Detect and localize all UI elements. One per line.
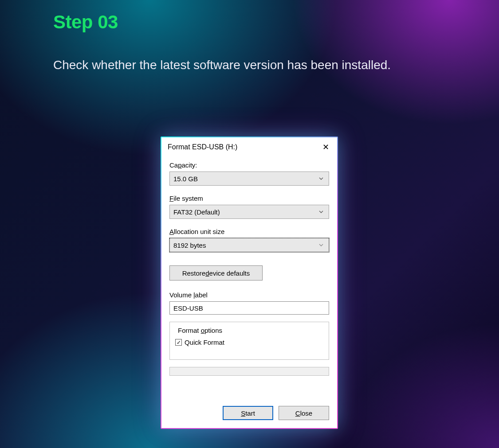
allocation-label-u: A xyxy=(169,228,174,235)
dialog-glow-border: Format ESD-USB (H:) ✕ Capacity: 15.0 GB … xyxy=(161,136,338,429)
dialog-footer: Start Close xyxy=(161,399,337,428)
restore-defaults-button[interactable]: Restore device defaults xyxy=(169,265,263,280)
capacity-value: 15.0 GB xyxy=(173,175,317,183)
volume-label: Volume label xyxy=(169,291,329,299)
format-options-group: Format options ✓ Quick Format xyxy=(169,322,329,360)
start-u: S xyxy=(241,409,245,417)
start-post: tart xyxy=(245,409,255,417)
allocation-label: Allocation unit size xyxy=(169,228,329,235)
filesystem-label-u: F xyxy=(169,195,173,202)
filesystem-label: File system xyxy=(169,195,329,202)
chevron-down-icon xyxy=(317,208,325,216)
close-icon[interactable]: ✕ xyxy=(320,143,331,151)
start-button[interactable]: Start xyxy=(223,406,273,420)
step-title: Step 03 xyxy=(53,12,118,33)
volume-label-post: abel xyxy=(195,291,208,299)
filesystem-select[interactable]: FAT32 (Default) xyxy=(169,205,329,219)
close-button[interactable]: Close xyxy=(279,406,329,420)
close-post: lose xyxy=(300,409,313,417)
volume-label-pre: Volume xyxy=(169,291,193,299)
legend-post: ptions xyxy=(204,327,222,334)
volume-value: ESD-USB xyxy=(173,304,203,312)
quick-format-label: Quick Format xyxy=(185,339,224,346)
volume-input[interactable]: ESD-USB xyxy=(169,301,329,315)
allocation-select[interactable]: 8192 bytes xyxy=(169,238,329,252)
dialog-title: Format ESD-USB (H:) xyxy=(168,143,320,151)
format-options-legend: Format options xyxy=(176,327,224,334)
legend-u: o xyxy=(201,327,204,334)
restore-post: evice defaults xyxy=(209,269,250,277)
capacity-label-u: p xyxy=(178,161,181,169)
restore-pre: Restore xyxy=(182,269,206,277)
progress-bar xyxy=(169,367,329,376)
capacity-label-post: acity: xyxy=(182,161,197,169)
step-description: Check whether the latest software versio… xyxy=(53,53,444,77)
checkbox-checked-icon[interactable]: ✓ xyxy=(175,339,182,346)
titlebar: Format ESD-USB (H:) ✕ xyxy=(161,137,337,157)
capacity-select[interactable]: 15.0 GB xyxy=(169,171,329,186)
legend-pre: Format xyxy=(178,327,201,334)
quick-format-row[interactable]: ✓ Quick Format xyxy=(175,339,323,346)
allocation-value: 8192 bytes xyxy=(173,242,317,249)
capacity-label-pre: Ca xyxy=(169,161,178,169)
chevron-down-icon xyxy=(317,242,325,249)
chevron-down-icon xyxy=(317,175,325,183)
dialog-body: Capacity: 15.0 GB File system FAT32 (Def… xyxy=(161,157,337,399)
filesystem-value: FAT32 (Default) xyxy=(173,208,317,216)
restore-u: d xyxy=(205,269,209,277)
capacity-label: Capacity: xyxy=(169,161,329,169)
filesystem-label-post: ile system xyxy=(173,195,203,202)
format-dialog: Format ESD-USB (H:) ✕ Capacity: 15.0 GB … xyxy=(161,137,337,428)
allocation-label-post: llocation unit size xyxy=(174,228,224,235)
close-u: C xyxy=(295,409,300,417)
